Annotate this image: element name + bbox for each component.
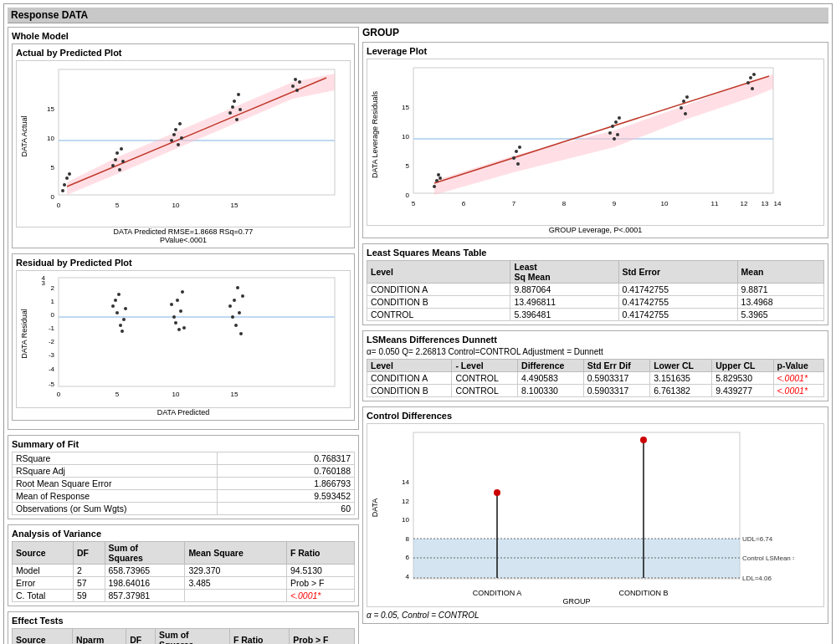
group-section-title: GROUP [362,27,828,38]
svg-text:5: 5 [406,162,410,170]
anova-col-sumsq: Sum ofSquares [105,542,185,565]
svg-text:10: 10 [172,202,180,209]
svg-text:11: 11 [711,200,719,207]
anova-row: Model 2 658.73965 329.370 94.5130 [13,565,355,577]
dunnett-title: LSMeans Differences Dunnett [367,335,824,345]
dun-minus: CONTROL [452,385,518,397]
et-col-fratio: F Ratio [229,629,289,645]
summary-value: 0.760188 [218,465,355,478]
svg-point-24 [172,133,176,136]
ls-stderr: 0.41742755 [618,309,737,321]
dun-diff: 4.490583 [518,372,584,385]
svg-point-57 [114,299,117,302]
svg-text:GROUP: GROUP [562,597,590,604]
summary-row: RSquare0.768317 [13,452,355,465]
anova-sumsq: 198.64016 [105,577,185,590]
dun-col-minus: - Level [452,360,518,372]
residual-predicted-title: Residual by Predicted Plot [16,258,351,268]
dun-col-diff: Difference [518,360,584,372]
svg-point-58 [115,311,119,314]
svg-point-28 [180,136,183,140]
ls-mean: 5.3965 [737,309,823,321]
svg-text:13: 13 [762,200,769,207]
svg-point-23 [170,139,173,142]
svg-text:Control LSMean = 5.40: Control LSMean = 5.40 [742,555,794,562]
svg-text:10: 10 [47,135,54,142]
svg-point-77 [238,311,241,314]
leverage-plot: DATA Leverage Residuals 0 5 10 15 5 6 7 … [367,59,824,226]
svg-text:10: 10 [402,133,409,141]
et-col-source: Source [13,629,73,645]
svg-text:6: 6 [462,200,466,207]
svg-rect-129 [413,539,740,578]
anova-source: Model [13,565,74,577]
svg-point-62 [122,318,126,321]
actual-predicted-svg: DATA Actual 0 5 10 15 0 5 10 15 [17,61,351,220]
control-diff-svg: DATA 4 6 8 10 12 14 [367,424,794,604]
svg-text:15: 15 [47,105,54,113]
dun-lower: 6.761382 [650,385,712,397]
leverage-title: Leverage Plot [367,46,824,56]
residual-predicted-panel: Residual by Predicted Plot DATA Residual… [12,253,355,421]
svg-text:CONDITION A: CONDITION A [473,589,522,597]
svg-point-139 [640,437,647,443]
svg-point-21 [120,147,123,151]
ls-col-lsmean: LeastSq Mean [510,261,618,284]
svg-point-36 [294,78,297,81]
summary-label: Observations (or Sum Wgts) [13,503,218,515]
dun-minus: CONTROL [452,372,518,385]
svg-point-116 [685,95,689,99]
summary-value: 0.768317 [218,452,355,465]
ls-stderr: 0.41742755 [618,296,737,309]
svg-text:2: 2 [51,284,55,292]
dun-upper: 9.439277 [712,385,773,397]
svg-text:8: 8 [406,535,410,543]
svg-text:8: 8 [562,200,567,207]
svg-text:10: 10 [661,200,669,207]
svg-text:LDL=4.06: LDL=4.06 [742,575,772,582]
svg-text:10: 10 [172,391,180,398]
svg-point-106 [518,146,521,149]
anova-meansq [185,590,287,602]
anova-meansq: 329.370 [185,565,287,577]
anova-meansq: 3.485 [185,577,287,590]
svg-point-29 [228,111,232,115]
svg-point-66 [174,321,177,325]
et-col-sumsq: Sum ofSquares [156,629,230,645]
ls-stderr: 0.41742755 [618,284,737,296]
leverage-xlabel: GROUP Leverage, P<.0001 [367,226,824,234]
svg-text:-3: -3 [49,351,55,359]
whole-model-title: Whole Model [12,31,355,41]
svg-rect-39 [59,278,335,386]
summary-value: 9.593452 [218,490,355,503]
svg-text:14: 14 [402,478,409,486]
svg-point-67 [176,299,179,302]
ls-means-table: Level LeastSq Mean Std Error Mean CONDIT… [367,260,824,321]
svg-point-118 [749,76,752,79]
anova-col-df: DF [73,542,105,565]
svg-point-18 [114,158,117,161]
svg-text:DATA Leverage Residuals: DATA Leverage Residuals [371,90,379,178]
svg-point-107 [608,131,612,135]
ls-means-title: Least Squares Means Table [367,248,824,258]
leverage-svg: DATA Leverage Residuals 0 5 10 15 5 6 7 … [367,59,794,218]
ls-col-level: Level [367,261,510,284]
dunnett-row: CONDITION A CONTROL 4.490583 0.5903317 3… [367,372,824,385]
ls-means-panel: Least Squares Means Table Level LeastSq … [362,243,828,325]
whole-model-panel: Whole Model Actual by Predicted Plot DAT… [8,27,359,430]
ls-level: CONTROL [367,309,510,321]
svg-text:4: 4 [406,573,410,580]
svg-text:12: 12 [741,200,748,207]
svg-point-26 [177,143,180,146]
summary-label: Root Mean Square Error [13,478,218,490]
svg-point-115 [684,112,687,115]
svg-text:12: 12 [402,498,409,505]
ls-mean: 13.4968 [737,296,823,309]
anova-source: Error [13,577,74,590]
dun-col-upper: Upper CL [712,360,773,372]
anova-col-fratio: F Ratio [286,542,354,565]
svg-point-25 [174,128,177,131]
svg-text:0: 0 [51,311,55,319]
summary-row: RSquare Adj0.760188 [13,465,355,478]
ls-means-row: CONTROL 5.396481 0.41742755 5.3965 [367,309,824,321]
